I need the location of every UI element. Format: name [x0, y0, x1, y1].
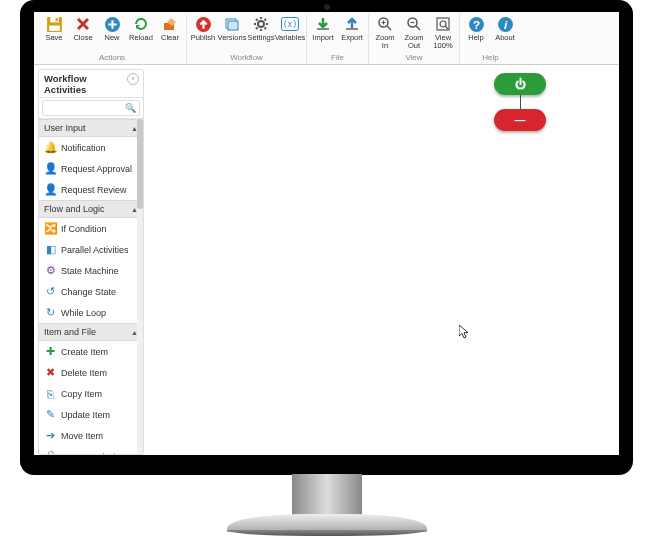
category-header[interactable]: Flow and Logic▲: [39, 200, 143, 218]
activity-item[interactable]: ⎘Copy Item: [39, 383, 143, 404]
activity-item[interactable]: ⚙State Machine: [39, 260, 143, 281]
reload-button[interactable]: Reload: [127, 14, 155, 52]
activity-label: Parallel Activities: [61, 245, 129, 255]
activity-item[interactable]: ↻While Loop: [39, 302, 143, 323]
search-icon: 🔍: [125, 103, 136, 113]
category-header[interactable]: Item and File▲: [39, 323, 143, 341]
zoom-out-icon: [405, 15, 423, 33]
sidebar-header: Workflow Activities ‹: [39, 70, 143, 98]
import-button[interactable]: Import: [309, 14, 337, 52]
about-button-label: About: [495, 34, 515, 42]
settings-button-label: Settings: [247, 34, 274, 42]
settings-button[interactable]: Settings: [247, 14, 275, 52]
category-label: Flow and Logic: [44, 204, 105, 214]
clear-button[interactable]: Clear: [156, 14, 184, 52]
zoom-in-button[interactable]: Zoom In: [371, 14, 399, 52]
save-button[interactable]: Save: [40, 14, 68, 52]
collapse-icon[interactable]: ‹: [127, 73, 139, 85]
activity-label: Change State: [61, 287, 116, 297]
group-title: Workflow: [189, 52, 304, 64]
activities-sidebar: Workflow Activities ‹ 🔍 User Input▲🔔Noti…: [38, 69, 144, 455]
group-title: File: [309, 52, 366, 64]
activity-item[interactable]: 👤Request Approval: [39, 158, 143, 179]
stack-icon: [223, 15, 241, 33]
arrow-down-icon: [314, 15, 332, 33]
activity-item[interactable]: ✎Update Item: [39, 404, 143, 425]
group-title: Help: [462, 52, 519, 64]
help-icon: ?: [467, 15, 485, 33]
activity-item[interactable]: 🔀If Condition: [39, 218, 143, 239]
svg-text:?: ?: [472, 17, 479, 30]
activity-label: Update Item: [61, 410, 110, 420]
help-button[interactable]: ?Help: [462, 14, 490, 52]
ribbon-group-help: ?HelpiAboutHelp: [460, 14, 521, 64]
activity-label: While Loop: [61, 308, 106, 318]
circle-plus-icon: [103, 15, 121, 33]
activity-item[interactable]: 👤Request Review: [39, 179, 143, 200]
brackets-icon: (x): [281, 15, 299, 33]
gear-icon: [252, 15, 270, 33]
activity-icon: ✎: [44, 408, 57, 421]
versions-button-label: Versions: [218, 34, 247, 42]
activity-label: Copy Item: [61, 389, 102, 399]
cursor-icon: [459, 325, 470, 341]
sidebar-title: Workflow Activities: [44, 73, 138, 95]
activity-item[interactable]: ✖Delete Item: [39, 362, 143, 383]
scrollbar-thumb[interactable]: [137, 119, 143, 209]
monitor-stand-neck: [292, 474, 362, 518]
sidebar-scroll: User Input▲🔔Notification👤Request Approva…: [39, 119, 143, 454]
activity-label: Move Item: [61, 431, 103, 441]
arrow-up-icon: [343, 15, 361, 33]
save-icon: [45, 15, 63, 33]
activity-item[interactable]: ➔Move Item: [39, 425, 143, 446]
svg-rect-13: [346, 28, 358, 30]
view-100-button[interactable]: View 100%: [429, 14, 457, 52]
svg-text:(x): (x): [283, 20, 297, 29]
monitor-frame: SaveCloseNewReloadClearActionsPublishVer…: [20, 0, 633, 475]
activity-label: Item Permissions: [61, 452, 130, 455]
activity-item[interactable]: ◧Parallel Activities: [39, 239, 143, 260]
activity-icon: 👤: [44, 162, 57, 175]
publish-button[interactable]: Publish: [189, 14, 217, 52]
zoom-in-icon: [376, 15, 394, 33]
ribbon-group-actions: SaveCloseNewReloadClearActions: [38, 14, 187, 64]
export-button[interactable]: Export: [338, 14, 366, 52]
minus-icon: —: [515, 114, 526, 126]
about-button[interactable]: iAbout: [491, 14, 519, 52]
category-header[interactable]: User Input▲: [39, 119, 143, 137]
ribbon-group-file: ImportExportFile: [307, 14, 369, 64]
activity-item[interactable]: 🔔Notification: [39, 137, 143, 158]
monitor-stand-lip: [227, 530, 427, 536]
activity-label: Delete Item: [61, 368, 107, 378]
svg-rect-3: [49, 25, 60, 30]
close-button-label: Close: [73, 34, 92, 42]
start-node[interactable]: ⏻: [494, 73, 546, 95]
activity-label: State Machine: [61, 266, 119, 276]
new-button[interactable]: New: [98, 14, 126, 52]
activity-item[interactable]: ↺Change State: [39, 281, 143, 302]
svg-rect-12: [317, 28, 329, 30]
import-button-label: Import: [312, 34, 333, 42]
activity-icon: 🔒: [44, 450, 57, 454]
node-connector: [520, 95, 521, 109]
new-button-label: New: [104, 34, 119, 42]
zoom-out-button[interactable]: Zoom Out: [400, 14, 428, 52]
workflow-canvas[interactable]: ⏻ —: [144, 65, 619, 455]
activity-icon: 👤: [44, 183, 57, 196]
end-node[interactable]: —: [494, 109, 546, 131]
activity-item[interactable]: ✚Create Item: [39, 341, 143, 362]
sidebar-scrollbar[interactable]: [137, 119, 143, 454]
variables-button[interactable]: (x)Variables: [276, 14, 304, 52]
save-button-label: Save: [45, 34, 62, 42]
content-row: Workflow Activities ‹ 🔍 User Input▲🔔Noti…: [34, 65, 619, 455]
versions-button[interactable]: Versions: [218, 14, 246, 52]
activity-label: If Condition: [61, 224, 107, 234]
close-button[interactable]: Close: [69, 14, 97, 52]
group-title: View: [371, 52, 457, 64]
activity-item[interactable]: 🔒Item Permissions: [39, 446, 143, 454]
app-screen: SaveCloseNewReloadClearActionsPublishVer…: [34, 12, 619, 455]
publish-button-label: Publish: [191, 34, 216, 42]
ribbon-group-workflow: PublishVersionsSettings(x)VariablesWorkf…: [187, 14, 307, 64]
activity-icon: ✚: [44, 345, 57, 358]
activity-icon: ◧: [44, 243, 57, 256]
